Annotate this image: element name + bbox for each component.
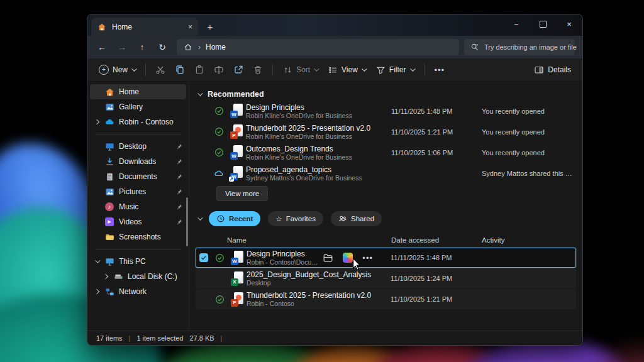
new-button[interactable]: + New bbox=[94, 61, 140, 79]
folder-icon bbox=[104, 232, 114, 242]
navigation-bar: ← → ↑ ↻ › Home Try describing an image o… bbox=[87, 36, 582, 58]
sidebar-item-pictures[interactable]: Pictures bbox=[90, 184, 186, 199]
chevron-down-icon bbox=[410, 66, 415, 71]
synced-status-icon bbox=[211, 253, 228, 263]
row-checkbox[interactable] bbox=[196, 253, 211, 262]
sidebar-item-downloads[interactable]: Downloads bbox=[90, 154, 186, 169]
address-bar[interactable]: › Home bbox=[177, 39, 459, 55]
tab-bar: Home × + − × bbox=[87, 14, 582, 36]
word-file-icon: W bbox=[231, 251, 243, 265]
chevron-down-icon bbox=[362, 66, 367, 71]
recommended-item[interactable]: P Thunderbolt 2025 - Presentation v2.0 R… bbox=[196, 121, 576, 142]
network-icon bbox=[104, 287, 114, 297]
minimize-button[interactable]: − bbox=[503, 14, 530, 33]
sidebar-scrollbar[interactable] bbox=[186, 197, 188, 246]
breadcrumb[interactable]: Home bbox=[206, 43, 226, 52]
pin-icon bbox=[175, 143, 182, 150]
pill-favorites[interactable]: ☆ Favorites bbox=[268, 211, 323, 226]
forward-button[interactable]: → bbox=[113, 38, 131, 56]
onedrive-cloud-icon bbox=[104, 117, 114, 127]
pin-icon bbox=[175, 189, 182, 195]
pictures-icon bbox=[104, 187, 114, 197]
drive-icon bbox=[113, 272, 123, 282]
view-button[interactable]: View bbox=[323, 61, 370, 79]
shortcut-arrow-icon bbox=[229, 177, 234, 182]
column-date-accessed[interactable]: Date accessed bbox=[384, 236, 478, 244]
home-icon bbox=[97, 22, 107, 32]
videos-icon: ▶ bbox=[104, 217, 114, 227]
sidebar-item-documents[interactable]: Documents bbox=[90, 169, 186, 184]
chevron-down-icon[interactable] bbox=[197, 90, 203, 96]
copilot-icon[interactable] bbox=[343, 253, 353, 263]
sidebar-item-this-pc[interactable]: This PC bbox=[90, 254, 186, 269]
home-outline-icon bbox=[183, 42, 193, 52]
column-name[interactable]: Name bbox=[227, 236, 384, 244]
pin-icon bbox=[175, 219, 182, 226]
pill-recent[interactable]: Recent bbox=[209, 211, 260, 226]
open-file-location-icon[interactable] bbox=[323, 253, 333, 263]
sidebar-item-desktop[interactable]: Desktop bbox=[90, 139, 186, 154]
excel-file-icon: X bbox=[231, 272, 243, 286]
sidebar-item-gallery[interactable]: Gallery bbox=[90, 99, 186, 114]
synced-status-icon bbox=[211, 127, 227, 136]
files-panel: Recommended W Design Principles Robin Kl… bbox=[189, 82, 582, 331]
close-button[interactable]: × bbox=[556, 14, 582, 33]
chevron-down-icon[interactable] bbox=[94, 260, 100, 263]
synced-status-icon bbox=[211, 295, 228, 304]
table-header: Name Date accessed Activity bbox=[196, 233, 576, 248]
recommended-item[interactable]: W Outcomes_Design Trends Robin Kline's O… bbox=[196, 142, 576, 163]
rename-button[interactable] bbox=[209, 61, 228, 79]
selection-count: 1 item selected bbox=[136, 334, 183, 342]
file-row-budget-analysis[interactable]: X 2025_Design_Budget_Cost_Analysis Deskt… bbox=[196, 268, 576, 288]
filter-button[interactable]: Filter bbox=[371, 61, 419, 79]
maximize-button[interactable] bbox=[530, 14, 556, 33]
cloud-status-icon bbox=[211, 168, 227, 178]
synced-status-icon bbox=[211, 106, 227, 116]
details-button[interactable]: Details bbox=[529, 61, 576, 79]
mouse-cursor bbox=[352, 258, 362, 271]
recommended-item[interactable]: W Design Principles Robin Kline's OneDri… bbox=[196, 101, 576, 121]
column-activity[interactable]: Activity bbox=[478, 236, 576, 244]
chevron-right-icon[interactable] bbox=[94, 120, 100, 124]
search-icon bbox=[470, 42, 480, 52]
recommended-item[interactable]: W Proposed_agenda_topics Sydney Mattos's… bbox=[196, 163, 576, 184]
more-options-button[interactable]: ••• bbox=[430, 61, 450, 79]
sort-button[interactable]: Sort bbox=[278, 61, 323, 79]
sidebar-item-home[interactable]: Home bbox=[90, 84, 186, 99]
home-icon bbox=[104, 87, 114, 97]
file-row-thunderbolt-presentation[interactable]: P Thunderbolt 2025 - Presentation v2.0 R… bbox=[196, 289, 576, 309]
search-box[interactable]: Try describing an image or file bbox=[464, 39, 575, 55]
chevron-down-icon[interactable] bbox=[197, 215, 203, 220]
refresh-button[interactable]: ↻ bbox=[153, 38, 172, 56]
new-tab-button[interactable]: + bbox=[202, 18, 218, 35]
sidebar-item-local-disk[interactable]: Local Disk (C:) bbox=[99, 269, 186, 284]
desktop-icon bbox=[104, 141, 114, 151]
up-button[interactable]: ↑ bbox=[133, 38, 152, 56]
sidebar-item-music[interactable]: ♪ Music bbox=[90, 199, 186, 214]
pin-icon bbox=[175, 158, 182, 165]
more-options-icon[interactable]: ••• bbox=[362, 253, 373, 263]
tab-close-icon[interactable]: × bbox=[188, 23, 192, 31]
chevron-right-icon[interactable] bbox=[94, 290, 100, 293]
powerpoint-file-icon: P bbox=[231, 292, 243, 307]
paste-button[interactable] bbox=[190, 61, 209, 79]
word-file-icon: W bbox=[230, 145, 243, 160]
chevron-down-icon bbox=[131, 66, 136, 71]
copy-button[interactable] bbox=[170, 61, 189, 79]
cut-button[interactable] bbox=[151, 61, 170, 79]
back-button[interactable]: ← bbox=[92, 38, 111, 56]
sidebar-item-onedrive[interactable]: Robin - Contoso bbox=[90, 114, 186, 129]
items-count: 17 items bbox=[96, 334, 123, 342]
sidebar-item-screenshots[interactable]: Screenshots bbox=[90, 229, 186, 244]
view-more-button[interactable]: View more bbox=[216, 186, 268, 201]
chevron-right-icon[interactable] bbox=[103, 275, 109, 278]
synced-status-icon bbox=[211, 148, 227, 157]
share-button[interactable] bbox=[229, 61, 248, 79]
sidebar-item-videos[interactable]: ▶ Videos bbox=[90, 214, 186, 229]
sidebar-item-network[interactable]: Network bbox=[90, 284, 186, 299]
music-icon: ♪ bbox=[104, 202, 114, 212]
tab-home[interactable]: Home × bbox=[91, 18, 198, 36]
pill-shared[interactable]: Shared bbox=[331, 211, 382, 226]
delete-button[interactable] bbox=[248, 61, 267, 79]
file-row-design-principles[interactable]: W Design Principles Robin - Contoso\Docu… bbox=[196, 248, 576, 268]
